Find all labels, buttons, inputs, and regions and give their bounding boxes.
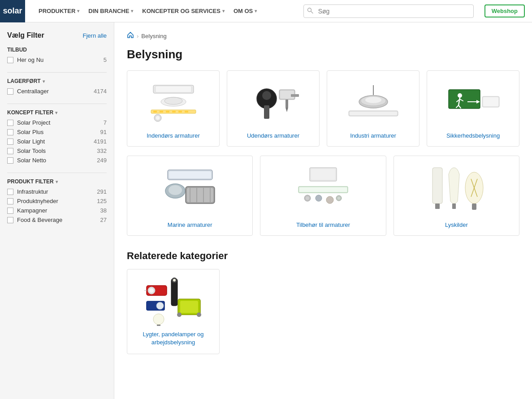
filter-checkbox-solar-light[interactable] xyxy=(7,139,13,145)
home-icon[interactable] xyxy=(127,31,134,40)
svg-point-73 xyxy=(173,279,176,282)
category-card-indendors[interactable]: Indendørs armaturer xyxy=(127,70,220,147)
svg-rect-29 xyxy=(449,90,480,108)
filter-checkbox-infrastruktur[interactable] xyxy=(7,189,13,195)
filter-item-food-beverage: Food & Beverage 27 xyxy=(7,217,107,223)
webshop-button[interactable]: Webshop xyxy=(484,4,525,17)
filter-header: Vælg Filter Fjern alle xyxy=(7,31,107,39)
svg-rect-77 xyxy=(180,301,198,313)
category-image-sikkerhed xyxy=(434,78,512,128)
svg-rect-8 xyxy=(160,111,163,113)
svg-rect-20 xyxy=(291,94,299,97)
filter-item-solar-project: Solar Project 7 xyxy=(7,119,107,126)
main-nav: PRODUKTER ▾ DIN BRANCHE ▾ KONCEPTER OG S… xyxy=(36,6,260,16)
svg-rect-81 xyxy=(157,325,160,326)
category-label-udendors: Udendørs armaturer xyxy=(247,132,299,139)
filter-label-produktnyheder[interactable]: Produktnyheder xyxy=(17,198,58,204)
filter-label-kampagner[interactable]: Kampagner xyxy=(17,207,47,214)
chevron-down-icon: ▾ xyxy=(43,79,45,84)
chevron-down-icon: ▾ xyxy=(77,9,79,13)
nav-om-os[interactable]: OM OS ▾ xyxy=(231,6,260,16)
category-label-marine: Marine armaturer xyxy=(168,221,212,228)
search-input[interactable] xyxy=(303,4,474,18)
filter-checkbox-solar-tools[interactable] xyxy=(7,148,13,154)
svg-point-79 xyxy=(197,312,201,317)
svg-point-69 xyxy=(149,288,154,293)
svg-rect-11 xyxy=(178,111,182,113)
nav-produkter[interactable]: PRODUKTER ▾ xyxy=(36,6,82,16)
filter-section-tilbud: TILBUD Her og Nu 5 xyxy=(7,47,107,63)
filter-checkbox-solar-netto[interactable] xyxy=(7,157,13,164)
filter-checkbox-produktnyheder[interactable] xyxy=(7,198,13,204)
nav-din-branche[interactable]: DIN BRANCHE ▾ xyxy=(86,6,136,16)
filter-count-solar-light: 4191 xyxy=(94,138,107,145)
category-card-industri[interactable]: Industri armaturer xyxy=(327,70,420,147)
category-card-sikkerhed[interactable]: Sikkerhedsbelysning xyxy=(427,70,519,147)
svg-rect-60 xyxy=(433,168,442,204)
category-label-sikkerhed: Sikkerhedsbelysning xyxy=(446,132,500,139)
related-title: Relaterede kategorier xyxy=(127,250,519,262)
logo[interactable]: solar xyxy=(0,0,25,22)
chevron-down-icon: ▾ xyxy=(222,9,225,13)
filter-item-solar-light: Solar Light 4191 xyxy=(7,138,107,145)
svg-line-1 xyxy=(311,11,313,13)
filter-count-her-og-nu: 5 xyxy=(104,56,107,63)
svg-rect-10 xyxy=(172,111,176,113)
filter-label-centrallager[interactable]: Centrallager xyxy=(17,88,49,95)
header: solar PRODUKTER ▾ DIN BRANCHE ▾ KONCEPTE… xyxy=(0,0,532,22)
filter-section-produkt: PRODUKT FILTER ▾ Infrastruktur 291 Produ… xyxy=(7,178,107,223)
filter-checkbox-her-og-nu[interactable] xyxy=(7,57,13,63)
filter-label-solar-plus[interactable]: Solar Plus xyxy=(17,129,43,135)
sidebar: Vælg Filter Fjern alle TILBUD Her og Nu … xyxy=(0,22,114,399)
filter-checkbox-centrallager[interactable] xyxy=(7,88,13,95)
svg-rect-3 xyxy=(156,86,191,92)
search-wrap xyxy=(303,4,474,18)
page-layout: Vælg Filter Fjern alle TILBUD Her og Nu … xyxy=(0,22,532,399)
filter-checkbox-solar-project[interactable] xyxy=(7,120,13,126)
category-card-lygter[interactable]: Lygter, pandelamper og arbejdsbelysning xyxy=(127,269,220,354)
filter-checkbox-food-beverage[interactable] xyxy=(7,217,13,223)
filter-checkbox-kampagner[interactable] xyxy=(7,208,13,214)
category-card-marine[interactable]: Marine armaturer xyxy=(127,156,253,236)
filter-label-solar-tools[interactable]: Solar Tools xyxy=(17,147,46,154)
svg-rect-17 xyxy=(264,105,269,119)
filter-count-infrastruktur: 291 xyxy=(97,188,107,195)
filter-section-title-koncept: KONCEPT FILTER ▾ xyxy=(7,109,107,116)
svg-rect-53 xyxy=(299,187,347,192)
category-image-udendors xyxy=(234,78,312,128)
category-card-udendors[interactable]: Udendørs armaturer xyxy=(227,70,320,147)
filter-label-solar-netto[interactable]: Solar Netto xyxy=(17,157,46,164)
filter-count-solar-netto: 249 xyxy=(97,157,107,164)
related-grid: Lygter, pandelamper og arbejdsbelysning xyxy=(127,269,519,354)
svg-rect-66 xyxy=(472,204,476,210)
filter-label-solar-light[interactable]: Solar Light xyxy=(17,138,45,145)
main-content: › Belysning Belysning xyxy=(114,22,532,399)
svg-point-16 xyxy=(262,91,271,100)
filter-clear-button[interactable]: Fjern alle xyxy=(83,32,107,39)
svg-rect-7 xyxy=(153,111,157,113)
category-image-lygter xyxy=(134,277,212,326)
breadcrumb-separator: › xyxy=(137,33,138,39)
category-label-industri: Industri armaturer xyxy=(350,132,396,139)
nav-koncepter[interactable]: KONCEPTER OG SERVICES ▾ xyxy=(139,6,227,16)
filter-label-food-beverage[interactable]: Food & Beverage xyxy=(17,217,62,223)
filter-section-title-produkt: PRODUKT FILTER ▾ xyxy=(7,178,107,185)
svg-point-5 xyxy=(164,97,182,104)
category-card-tilbehor[interactable]: Tilbehør til armaturer xyxy=(260,156,386,236)
filter-label-solar-project[interactable]: Solar Project xyxy=(17,119,50,126)
category-card-lyskilder[interactable]: Lyskilder xyxy=(394,156,519,236)
filter-checkbox-solar-plus[interactable] xyxy=(7,129,13,135)
page-title: Belysning xyxy=(127,48,519,61)
svg-point-80 xyxy=(153,314,164,325)
svg-rect-39 xyxy=(483,97,498,106)
filter-label-infrastruktur[interactable]: Infrastruktur xyxy=(17,188,48,195)
filter-count-produktnyheder: 125 xyxy=(97,198,107,204)
filter-count-solar-tools: 332 xyxy=(97,147,107,154)
filter-count-kampagner: 38 xyxy=(100,207,107,214)
filter-title: Vælg Filter xyxy=(7,31,44,39)
svg-rect-61 xyxy=(435,204,440,209)
filter-label-her-og-nu[interactable]: Her og Nu xyxy=(17,56,43,63)
svg-rect-28 xyxy=(350,112,397,115)
svg-rect-9 xyxy=(166,111,169,113)
svg-rect-41 xyxy=(169,171,211,178)
